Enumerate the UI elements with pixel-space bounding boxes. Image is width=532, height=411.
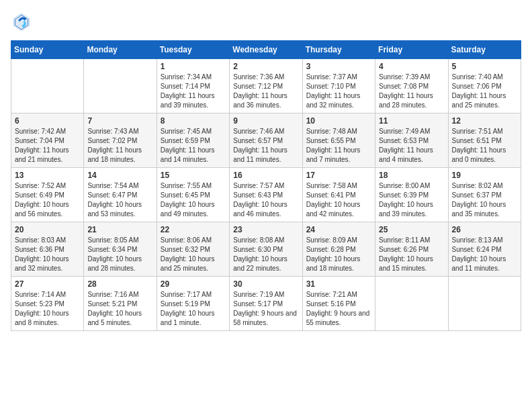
calendar-cell (448, 277, 521, 331)
calendar-cell: 3Sunrise: 7:37 AM Sunset: 7:10 PM Daylig… (302, 59, 375, 113)
day-number: 18 (379, 171, 444, 180)
calendar-week-row: 20Sunrise: 8:03 AM Sunset: 6:36 PM Dayli… (11, 222, 521, 277)
calendar-cell (11, 59, 84, 113)
day-info: Sunrise: 7:39 AM Sunset: 7:08 PM Dayligh… (379, 73, 444, 110)
day-info: Sunrise: 8:03 AM Sunset: 6:36 PM Dayligh… (15, 236, 80, 273)
day-info: Sunrise: 7:36 AM Sunset: 7:12 PM Dayligh… (233, 73, 298, 110)
calendar-cell: 29Sunrise: 7:17 AM Sunset: 5:19 PM Dayli… (157, 277, 229, 331)
day-info: Sunrise: 8:06 AM Sunset: 6:32 PM Dayligh… (161, 236, 226, 273)
calendar-cell: 21Sunrise: 8:05 AM Sunset: 6:34 PM Dayli… (84, 222, 157, 277)
day-info: Sunrise: 7:17 AM Sunset: 5:19 PM Dayligh… (161, 290, 226, 328)
calendar-cell: 27Sunrise: 7:14 AM Sunset: 5:23 PM Dayli… (11, 277, 84, 331)
day-info: Sunrise: 7:21 AM Sunset: 5:16 PM Dayligh… (306, 290, 371, 328)
day-number: 15 (161, 171, 226, 180)
day-info: Sunrise: 8:09 AM Sunset: 6:28 PM Dayligh… (306, 236, 371, 273)
calendar-cell: 9Sunrise: 7:46 AM Sunset: 6:57 PM Daylig… (230, 113, 302, 168)
logo-icon (11, 11, 32, 32)
day-info: Sunrise: 7:43 AM Sunset: 7:02 PM Dayligh… (87, 127, 152, 165)
calendar-cell: 23Sunrise: 8:08 AM Sunset: 6:30 PM Dayli… (230, 222, 302, 277)
day-number: 20 (15, 225, 80, 234)
calendar-cell (375, 277, 448, 331)
day-info: Sunrise: 8:11 AM Sunset: 6:26 PM Dayligh… (379, 236, 444, 273)
day-info: Sunrise: 7:51 AM Sunset: 6:51 PM Dayligh… (452, 127, 517, 165)
calendar-cell: 6Sunrise: 7:42 AM Sunset: 7:04 PM Daylig… (11, 113, 84, 168)
day-info: Sunrise: 8:05 AM Sunset: 6:34 PM Dayligh… (87, 236, 152, 273)
day-number: 17 (306, 171, 371, 180)
day-number: 10 (306, 116, 371, 126)
day-info: Sunrise: 8:00 AM Sunset: 6:39 PM Dayligh… (379, 181, 444, 219)
day-number: 14 (87, 171, 152, 180)
day-number: 9 (233, 116, 298, 126)
day-info: Sunrise: 8:02 AM Sunset: 6:37 PM Dayligh… (452, 181, 517, 219)
day-of-week-header: Monday (84, 41, 157, 59)
day-number: 22 (161, 225, 226, 234)
day-info: Sunrise: 7:54 AM Sunset: 6:47 PM Dayligh… (87, 181, 152, 219)
day-number: 7 (87, 116, 152, 126)
day-info: Sunrise: 7:58 AM Sunset: 6:41 PM Dayligh… (306, 181, 371, 219)
day-info: Sunrise: 7:34 AM Sunset: 7:14 PM Dayligh… (161, 73, 226, 110)
calendar-cell: 1Sunrise: 7:34 AM Sunset: 7:14 PM Daylig… (157, 59, 229, 113)
day-info: Sunrise: 7:55 AM Sunset: 6:45 PM Dayligh… (161, 181, 226, 219)
calendar-cell: 19Sunrise: 8:02 AM Sunset: 6:37 PM Dayli… (448, 168, 521, 222)
calendar-cell: 10Sunrise: 7:48 AM Sunset: 6:55 PM Dayli… (302, 113, 375, 168)
calendar-cell: 15Sunrise: 7:55 AM Sunset: 6:45 PM Dayli… (157, 168, 229, 222)
day-info: Sunrise: 7:42 AM Sunset: 7:04 PM Dayligh… (15, 127, 80, 165)
calendar-cell: 18Sunrise: 8:00 AM Sunset: 6:39 PM Dayli… (375, 168, 448, 222)
day-info: Sunrise: 7:37 AM Sunset: 7:10 PM Dayligh… (306, 73, 371, 110)
day-number: 3 (306, 62, 371, 71)
day-info: Sunrise: 7:14 AM Sunset: 5:23 PM Dayligh… (15, 290, 80, 328)
day-of-week-header: Sunday (11, 41, 84, 59)
svg-marker-0 (13, 13, 30, 31)
day-number: 28 (87, 279, 152, 289)
day-number: 6 (15, 116, 80, 126)
calendar-cell: 4Sunrise: 7:39 AM Sunset: 7:08 PM Daylig… (375, 59, 448, 113)
day-info: Sunrise: 7:52 AM Sunset: 6:49 PM Dayligh… (15, 181, 80, 219)
calendar-cell: 5Sunrise: 7:40 AM Sunset: 7:06 PM Daylig… (448, 59, 521, 113)
day-number: 16 (233, 171, 298, 180)
calendar-cell: 25Sunrise: 8:11 AM Sunset: 6:26 PM Dayli… (375, 222, 448, 277)
calendar-cell: 16Sunrise: 7:57 AM Sunset: 6:43 PM Dayli… (230, 168, 302, 222)
calendar-cell (84, 59, 157, 113)
day-of-week-header: Tuesday (157, 41, 229, 59)
day-number: 13 (15, 171, 80, 180)
day-number: 1 (161, 62, 226, 71)
calendar-cell: 7Sunrise: 7:43 AM Sunset: 7:02 PM Daylig… (84, 113, 157, 168)
calendar-cell: 28Sunrise: 7:16 AM Sunset: 5:21 PM Dayli… (84, 277, 157, 331)
day-info: Sunrise: 7:57 AM Sunset: 6:43 PM Dayligh… (233, 181, 298, 219)
day-of-week-header: Saturday (448, 41, 521, 59)
calendar-cell: 14Sunrise: 7:54 AM Sunset: 6:47 PM Dayli… (84, 168, 157, 222)
calendar-week-row: 6Sunrise: 7:42 AM Sunset: 7:04 PM Daylig… (11, 113, 521, 168)
calendar-cell: 12Sunrise: 7:51 AM Sunset: 6:51 PM Dayli… (448, 113, 521, 168)
calendar-cell: 17Sunrise: 7:58 AM Sunset: 6:41 PM Dayli… (302, 168, 375, 222)
calendar-cell: 26Sunrise: 8:13 AM Sunset: 6:24 PM Dayli… (448, 222, 521, 277)
day-info: Sunrise: 7:45 AM Sunset: 6:59 PM Dayligh… (161, 127, 226, 165)
day-info: Sunrise: 8:13 AM Sunset: 6:24 PM Dayligh… (452, 236, 517, 273)
calendar-cell: 8Sunrise: 7:45 AM Sunset: 6:59 PM Daylig… (157, 113, 229, 168)
day-info: Sunrise: 7:46 AM Sunset: 6:57 PM Dayligh… (233, 127, 298, 165)
day-number: 25 (379, 225, 444, 234)
day-of-week-header: Thursday (302, 41, 375, 59)
day-number: 4 (379, 62, 444, 71)
day-info: Sunrise: 8:08 AM Sunset: 6:30 PM Dayligh… (233, 236, 298, 273)
day-number: 19 (452, 171, 517, 180)
calendar-cell: 31Sunrise: 7:21 AM Sunset: 5:16 PM Dayli… (302, 277, 375, 331)
calendar-week-row: 1Sunrise: 7:34 AM Sunset: 7:14 PM Daylig… (11, 59, 521, 113)
day-number: 31 (306, 279, 371, 289)
day-number: 27 (15, 279, 80, 289)
day-of-week-header: Friday (375, 41, 448, 59)
day-number: 12 (452, 116, 517, 126)
day-number: 5 (452, 62, 517, 71)
day-info: Sunrise: 7:16 AM Sunset: 5:21 PM Dayligh… (87, 290, 152, 328)
day-info: Sunrise: 7:40 AM Sunset: 7:06 PM Dayligh… (452, 73, 517, 110)
day-number: 30 (233, 279, 298, 289)
day-info: Sunrise: 7:19 AM Sunset: 5:17 PM Dayligh… (233, 290, 298, 328)
day-of-week-header: Wednesday (230, 41, 302, 59)
day-number: 21 (87, 225, 152, 234)
day-number: 26 (452, 225, 517, 234)
logo (11, 11, 35, 32)
calendar-cell: 11Sunrise: 7:49 AM Sunset: 6:53 PM Dayli… (375, 113, 448, 168)
page-header (11, 11, 521, 32)
calendar-week-row: 13Sunrise: 7:52 AM Sunset: 6:49 PM Dayli… (11, 168, 521, 222)
day-number: 8 (161, 116, 226, 126)
day-info: Sunrise: 7:49 AM Sunset: 6:53 PM Dayligh… (379, 127, 444, 165)
